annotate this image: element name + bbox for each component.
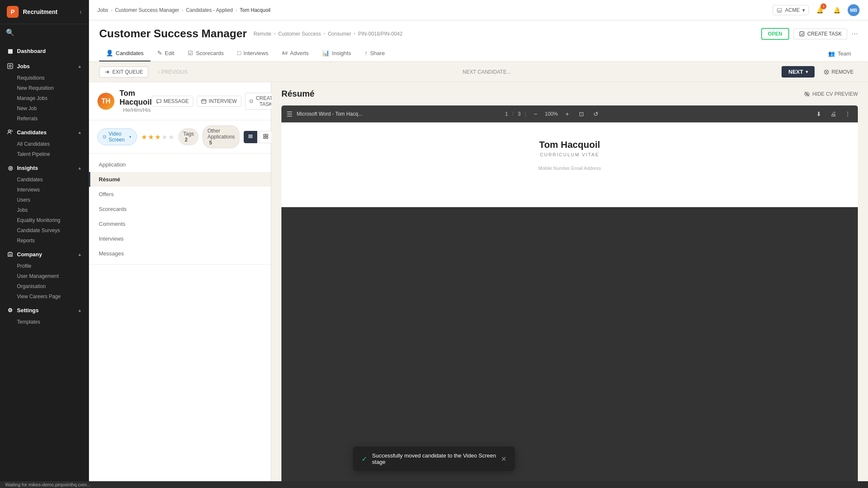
remove-button[interactable]: REMOVE (820, 67, 858, 77)
message-button[interactable]: MESSAGE (152, 96, 193, 107)
exit-queue-button[interactable]: EXIT QUEUE (99, 67, 148, 78)
pdf-viewer: ☰ Microsoft Word - Tom Hacq... 1 / 3 | −… (281, 105, 858, 488)
jobs-icon (7, 63, 14, 69)
other-applications-badge[interactable]: Other Applications 5 (203, 125, 239, 148)
tab-share[interactable]: ↑ Share (358, 45, 392, 61)
sidebar-item-referrals[interactable]: Referrals (17, 114, 89, 124)
sidebar-item-insights-interviews[interactable]: Interviews (17, 185, 89, 195)
pdf-zoom-in-button[interactable]: + (562, 109, 572, 119)
side-nav-application[interactable]: Application (89, 157, 271, 172)
pdf-fit-width-button[interactable]: ⊡ (576, 109, 587, 119)
sidebar-item-insights-users[interactable]: Users (17, 195, 89, 205)
tab-edit[interactable]: ✎ Edit (150, 45, 181, 61)
list-view-icon (248, 133, 253, 139)
company-selector[interactable]: ACME ▾ (773, 5, 809, 15)
pdf-rotate-button[interactable]: ↺ (591, 109, 601, 119)
stage-badge[interactable]: Video Screen ▾ (97, 128, 137, 145)
sidebar: P Recruitment ‹ 🔍 ▦ Dashboard Jobs ▲ Req… (0, 0, 89, 488)
breadcrumb-job-title[interactable]: Customer Success Manager (115, 7, 179, 13)
pdf-menu-icon[interactable]: ☰ (287, 110, 292, 118)
resume-title: Résumé (281, 89, 804, 99)
tab-interviews[interactable]: □ Interviews (231, 45, 275, 61)
user-avatar[interactable]: MB (848, 4, 860, 16)
sidebar-item-templates[interactable]: Templates (17, 317, 89, 327)
side-nav-scorecards[interactable]: Scorecards (89, 202, 271, 216)
sidebar-item-talent-pipeline[interactable]: Talent Pipeline (17, 149, 89, 159)
tab-share-icon: ↑ (364, 50, 367, 56)
sidebar-item-equality-monitoring[interactable]: Equality Monitoring (17, 215, 89, 225)
hide-cv-button[interactable]: HIDE CV PREVIEW (804, 91, 858, 97)
page-title: Customer Success Manager (99, 27, 247, 40)
sidebar-item-reports[interactable]: Reports (17, 236, 89, 246)
sidebar-item-profile[interactable]: Profile (17, 261, 89, 271)
grid-view-button[interactable] (259, 131, 273, 143)
sidebar-item-jobs[interactable]: Jobs ▲ (0, 59, 89, 73)
side-nav-messages[interactable]: Messages (89, 246, 271, 261)
sidebar-item-requisitions[interactable]: Requisitions (17, 73, 89, 83)
svg-rect-8 (157, 100, 161, 103)
remove-label: REMOVE (832, 69, 854, 75)
tab-adverts[interactable]: Ad Adverts (275, 46, 315, 61)
notification-badge: 1 (821, 3, 826, 9)
sidebar-item-insights-candidates[interactable]: Candidates (17, 175, 89, 185)
tab-team[interactable]: 👥 Team (821, 46, 858, 61)
sidebar-search-area[interactable]: 🔍 (0, 24, 89, 41)
open-status-button[interactable]: OPEN (761, 28, 789, 40)
sidebar-item-candidate-surveys[interactable]: Candidate Surveys (17, 225, 89, 236)
eye-icon (804, 91, 810, 97)
alerts-button[interactable]: 🔔 (831, 4, 843, 16)
side-nav-offers[interactable]: Offers (89, 187, 271, 202)
sidebar-item-dashboard[interactable]: ▦ Dashboard (0, 44, 89, 58)
sidebar-item-all-candidates[interactable]: All Candidates (17, 139, 89, 149)
remove-icon (824, 69, 829, 75)
tab-scorecards[interactable]: ☑ Scorecards (181, 45, 231, 61)
sidebar-item-user-management[interactable]: User Management (17, 271, 89, 281)
side-nav-resume[interactable]: Résumé (89, 172, 271, 187)
interview-button[interactable]: INTERVIEW (197, 96, 241, 107)
pdf-zoom-out-button[interactable]: − (531, 109, 541, 119)
sidebar-item-insights[interactable]: ◎ Insights ▲ (0, 161, 89, 175)
company-label: Company (17, 251, 42, 258)
dashboard-label: Dashboard (17, 48, 46, 54)
breadcrumb-sep-2: › (182, 7, 184, 13)
pdf-more-button[interactable]: ⋮ (843, 109, 853, 119)
sidebar-item-manage-jobs[interactable]: Manage Jobs (17, 93, 89, 103)
tags-badge[interactable]: Tags 2 (178, 128, 198, 145)
pdf-print-button[interactable]: 🖨 (828, 109, 838, 119)
team-icon: 👥 (828, 50, 835, 57)
notifications-button[interactable]: 🔔 1 (814, 4, 826, 16)
stage-label: Video Screen (108, 131, 127, 143)
svg-rect-15 (264, 134, 265, 136)
sidebar-item-candidates[interactable]: Candidates ▲ (0, 125, 89, 139)
sidebar-item-insights-jobs[interactable]: Jobs (17, 205, 89, 215)
sidebar-item-view-careers-page[interactable]: View Careers Page (17, 291, 89, 302)
next-button[interactable]: NEXT ▾ (782, 66, 815, 78)
sidebar-item-organisation[interactable]: Organisation (17, 281, 89, 291)
create-task-header-button[interactable]: CREATE TASK (793, 28, 847, 39)
toast-close-button[interactable]: ✕ (501, 455, 506, 463)
sidebar-item-company[interactable]: Company ▲ (0, 247, 89, 261)
side-nav-interviews[interactable]: Interviews (89, 231, 271, 246)
previous-button[interactable]: ‹ PREVIOUS (153, 67, 192, 77)
breadcrumb-jobs[interactable]: Jobs (97, 7, 108, 13)
tab-candidates[interactable]: 👤 Candidates (99, 45, 150, 61)
view-toggle (244, 131, 273, 143)
grid-view-icon (263, 133, 269, 139)
pdf-download-button[interactable]: ⬇ (814, 109, 824, 119)
sidebar-item-new-job[interactable]: New Job (17, 103, 89, 114)
topbar: Jobs › Customer Success Manager › Candid… (89, 0, 868, 20)
page-header-more-button[interactable]: ··· (851, 29, 858, 38)
sidebar-item-settings[interactable]: ⚙ Settings ▲ (0, 303, 89, 317)
jobs-sub-items: Requisitions New Requisition Manage Jobs… (0, 73, 89, 124)
breadcrumb-candidates-applied[interactable]: Candidates - Applied (186, 7, 233, 13)
sidebar-item-new-requisition[interactable]: New Requisition (17, 83, 89, 93)
svg-point-1 (9, 65, 11, 67)
candidate-name: Tom Hacquoil (120, 89, 152, 106)
tab-insights[interactable]: 📊 Insights (315, 45, 358, 61)
breadcrumb: Jobs › Customer Success Manager › Candid… (97, 7, 769, 13)
search-icon[interactable]: 🔍 (6, 29, 14, 36)
list-view-button[interactable] (244, 131, 257, 143)
sidebar-collapse-button[interactable]: ‹ (80, 8, 82, 16)
star-rating[interactable]: ★ ★ ★ ★ ★ (141, 133, 174, 141)
side-nav-comments[interactable]: Comments (89, 216, 271, 231)
